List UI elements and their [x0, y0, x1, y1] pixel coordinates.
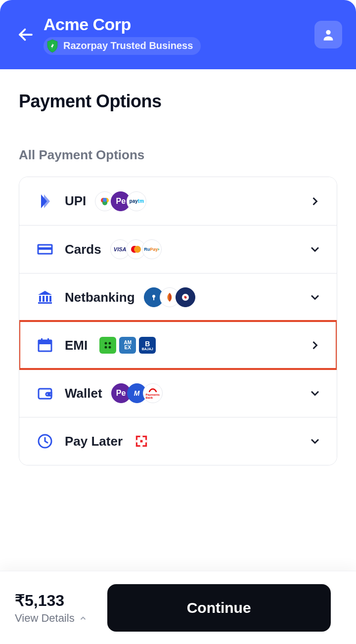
- view-details-button[interactable]: View Details: [15, 612, 88, 625]
- option-netbanking[interactable]: Netbanking: [19, 273, 337, 321]
- option-emi[interactable]: EMI AMEX BBAJAJ: [19, 321, 337, 369]
- option-label: Pay Later: [65, 434, 123, 449]
- trusted-badge: Razorpay Trusted Business: [44, 37, 201, 55]
- checkout-body: Payment Options All Payment Options UPI …: [0, 69, 356, 465]
- amount-block: ₹5,133 View Details: [15, 591, 88, 625]
- svg-rect-35: [145, 440, 147, 443]
- merchant-block: Acme Corp Razorpay Trusted Business: [44, 15, 314, 55]
- wallet-providers: Pe M PaymentsBank: [111, 383, 163, 403]
- option-label: Netbanking: [65, 290, 135, 305]
- upi-icon: [36, 192, 54, 210]
- merchant-name: Acme Corp: [44, 15, 314, 34]
- chevron-down-icon: [308, 434, 322, 448]
- emi-providers: AMEX BBAJAJ: [96, 337, 156, 354]
- svg-rect-7: [38, 247, 52, 250]
- svg-rect-33: [140, 445, 143, 447]
- hdfc-icon-alt: [176, 287, 195, 307]
- svg-rect-17: [153, 297, 154, 300]
- payment-options-list: UPI Pe paytm Cards VISA RuPay›: [19, 177, 337, 465]
- bajaj-icon: BBAJAJ: [139, 337, 156, 354]
- svg-point-5: [103, 198, 107, 202]
- arrow-left-icon: [17, 26, 35, 44]
- svg-rect-12: [46, 296, 48, 302]
- svg-rect-13: [49, 296, 51, 302]
- svg-point-25: [105, 346, 107, 349]
- option-upi[interactable]: UPI Pe paytm: [19, 177, 337, 225]
- option-wallet[interactable]: Wallet Pe M PaymentsBank: [19, 369, 337, 417]
- hdfc-square-icon: [132, 431, 151, 451]
- svg-point-1: [326, 30, 330, 35]
- rupay-icon: RuPay›: [142, 239, 162, 259]
- chevron-down-icon: [308, 290, 322, 304]
- chevron-right-icon: [308, 194, 322, 208]
- bank-icon: [36, 288, 54, 306]
- section-title: All Payment Options: [19, 147, 337, 163]
- svg-rect-20: [39, 340, 51, 344]
- svg-point-28: [48, 393, 49, 395]
- chevron-down-icon: [308, 242, 322, 256]
- option-label: Wallet: [65, 386, 102, 401]
- svg-rect-32: [140, 436, 143, 438]
- continue-button[interactable]: Continue: [107, 584, 331, 632]
- zest-icon: [99, 337, 116, 354]
- view-details-label: View Details: [15, 612, 75, 625]
- option-label: Cards: [65, 242, 101, 257]
- shield-icon: [46, 39, 58, 53]
- upi-providers: Pe paytm: [95, 191, 146, 211]
- paytm-icon: paytm: [127, 191, 146, 211]
- card-icon: [36, 240, 54, 258]
- svg-point-9: [134, 246, 141, 253]
- amex-icon: AMEX: [119, 337, 136, 354]
- person-icon: [321, 28, 335, 42]
- chevron-up-icon: [79, 614, 88, 623]
- netbanking-providers: [144, 287, 195, 307]
- chevron-right-icon: [308, 338, 322, 352]
- airtel-icon: PaymentsBank: [143, 383, 163, 403]
- checkout-footer: ₹5,133 View Details Continue: [0, 571, 356, 644]
- svg-rect-10: [39, 296, 41, 302]
- option-paylater[interactable]: Pay Later: [19, 417, 337, 465]
- option-cards[interactable]: Cards VISA RuPay›: [19, 225, 337, 273]
- svg-rect-34: [136, 440, 138, 443]
- continue-label: Continue: [187, 599, 251, 616]
- option-label: UPI: [65, 193, 86, 209]
- card-providers: VISA RuPay›: [110, 239, 162, 259]
- svg-rect-22: [47, 338, 49, 341]
- chevron-down-icon: [308, 386, 322, 400]
- svg-rect-31: [140, 440, 143, 443]
- page-title: Payment Options: [19, 91, 337, 112]
- trusted-label: Razorpay Trusted Business: [63, 40, 193, 51]
- wallet-icon: [36, 384, 54, 402]
- svg-rect-11: [43, 296, 44, 302]
- svg-point-24: [109, 342, 111, 345]
- svg-point-23: [105, 342, 107, 345]
- option-label: EMI: [65, 338, 88, 353]
- paylater-providers: [132, 431, 151, 451]
- checkout-header: Acme Corp Razorpay Trusted Business: [0, 0, 356, 69]
- calendar-icon: [36, 336, 54, 354]
- account-button[interactable]: [314, 21, 342, 48]
- svg-rect-14: [38, 302, 52, 304]
- back-button[interactable]: [14, 23, 38, 46]
- svg-rect-21: [41, 338, 43, 341]
- amount: ₹5,133: [15, 591, 88, 610]
- clock-icon: [36, 432, 54, 450]
- svg-point-26: [109, 346, 111, 349]
